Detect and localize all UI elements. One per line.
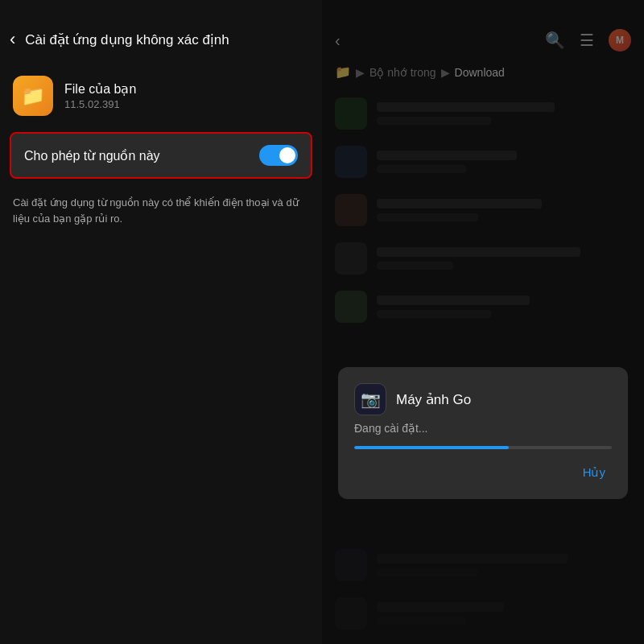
page-title: Cài đặt ứng dụng không xác định (25, 31, 229, 48)
allow-source-toggle-row[interactable]: Cho phép từ nguồn này (10, 132, 312, 179)
app-info-row: 📁 File của bạn 11.5.02.391 (0, 63, 322, 129)
right-panel: ‹ 🔍 ☰ M 📁 ▶ Bộ nhớ trong ▶ Download (322, 0, 644, 644)
left-header: ‹ Cài đặt ứng dụng không xác định (0, 0, 322, 63)
back-button[interactable]: ‹ (10, 29, 15, 50)
warning-text: Cài đặt ứng dụng từ nguồn này có thể khi… (0, 182, 322, 239)
app-name: File của bạn (64, 81, 136, 97)
install-app-name: Máy ảnh Go (396, 391, 471, 408)
cancel-button[interactable]: Hủy (576, 462, 612, 483)
install-dialog-actions: Hủy (354, 462, 612, 483)
progress-bar-fill (354, 446, 509, 449)
install-status: Đang cài đặt... (354, 422, 612, 435)
progress-bar (354, 446, 612, 449)
toggle-switch[interactable] (259, 145, 298, 166)
install-app-icon: 📷 (354, 383, 386, 415)
install-dialog: 📷 Máy ảnh Go Đang cài đặt... Hủy (338, 367, 628, 499)
app-details: File của bạn 11.5.02.391 (64, 81, 136, 110)
left-panel: ‹ Cài đặt ứng dụng không xác định 📁 File… (0, 0, 322, 644)
camera-icon: 📷 (361, 390, 381, 409)
app-icon: 📁 (13, 76, 53, 116)
toggle-label: Cho phép từ nguồn này (24, 148, 160, 163)
app-version: 11.5.02.391 (64, 98, 136, 110)
overlay-dim (322, 0, 644, 644)
install-dialog-header: 📷 Máy ảnh Go (354, 383, 612, 415)
